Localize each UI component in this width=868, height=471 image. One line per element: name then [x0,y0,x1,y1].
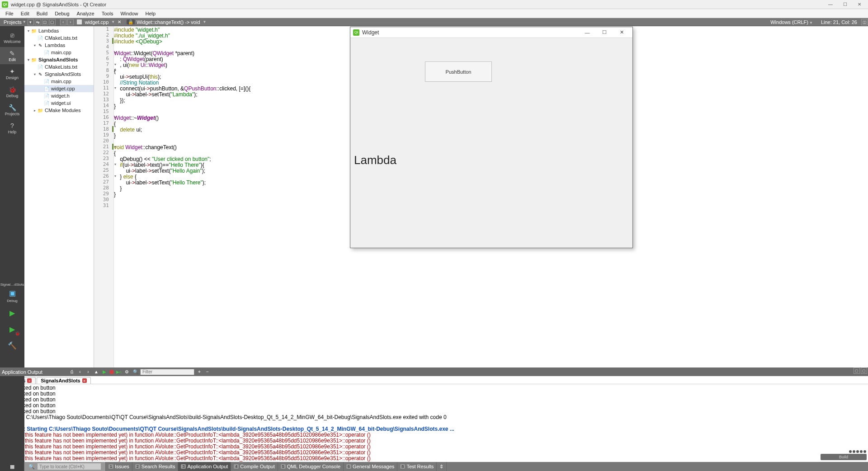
nav-back-icon[interactable]: ‹ [60,19,66,25]
project-tree[interactable]: ▾📁Lambdas📄CMakeLists.txt▾✎Lambdas📄main.c… [24,26,94,367]
status-tab-search-results[interactable]: 2Search Results [132,462,179,471]
status-tab-application-output[interactable]: 3Application Output [178,462,231,471]
expand-icon[interactable]: ▾ [33,43,37,47]
status-tab-qml-debugger-console[interactable]: 5QML Debugger Console [278,462,344,471]
expand-icon[interactable]: ▸ [33,108,37,113]
line-number: 30 [94,197,113,203]
status-tab-compile-output[interactable]: 4Compile Output [231,462,278,471]
file-icon: 📄 [43,79,50,84]
debug-icon: 🐞 [7,85,17,94]
minimize-button[interactable]: — [824,0,837,9]
stop-output-icon[interactable] [109,370,114,374]
tree-label: main.cpp [51,79,71,84]
menu-debug[interactable]: Debug [51,11,73,16]
status-tab-general-messages[interactable]: 6General Messages [344,462,397,471]
tree-item[interactable]: 📄main.cpp [24,78,94,85]
status-extras-icon[interactable]: ⇕ [437,462,447,471]
menubar: FileEditBuildDebugAnalyzeToolsWindowHelp [0,9,868,18]
maximize-output-icon[interactable]: ▢ [854,367,860,374]
tab-dropdown-icon[interactable]: ▼ [110,20,116,24]
tree-item[interactable]: ▾✎Lambdas [24,42,94,49]
status-tab-issues[interactable]: 1Issues [106,462,132,471]
projects-dropdown[interactable]: Projects [4,19,22,25]
output-filter-input[interactable] [140,369,194,375]
mode-welcome[interactable]: ⎚Welcome [0,29,24,46]
file-icon: 📁 [31,28,37,33]
push-button[interactable]: PushButton [425,61,492,82]
mode-debug[interactable]: 🐞Debug [0,83,24,100]
tab-close-icon[interactable]: ✕ [118,19,121,24]
arrow-up-icon[interactable]: ▲ [93,369,99,375]
menu-analyze[interactable]: Analyze [73,11,98,16]
tree-item[interactable]: 📄widget.h [24,92,94,99]
locate-input[interactable] [38,463,101,470]
line-number: 25 [94,167,113,173]
running-app-window[interactable]: Qt Widget — ☐ ✕ PushButton Lambda [350,27,633,248]
menu-help[interactable]: Help [142,11,160,16]
tree-item[interactable]: 📄CMakeLists.txt [24,34,94,42]
menu-tools[interactable]: Tools [98,11,117,16]
output-tab[interactable]: SignalsAndSlots× [37,377,90,384]
tree-item[interactable]: 📄CMakeLists.txt [24,63,94,71]
attach-icon[interactable]: ⎙ [69,369,75,375]
design-icon: ✦ [7,67,17,75]
menu-build[interactable]: Build [33,11,51,16]
menu-file[interactable]: File [2,11,17,16]
tree-item[interactable]: ▸📁CMake Modules [24,107,94,114]
kit-label[interactable]: Signal…dSlots [0,283,24,287]
split-editor-icon[interactable]: ◫ [861,19,868,25]
menu-edit[interactable]: Edit [17,11,33,16]
line-number: 9 [94,73,113,79]
file-icon: 📄 [43,93,50,99]
mode-design[interactable]: ✦Design [0,65,24,82]
app-close-button[interactable]: ✕ [613,28,630,38]
expand-icon[interactable]: ▾ [26,29,31,33]
close-button[interactable]: ✕ [853,0,866,9]
tree-item[interactable]: 📄widget.cpp [24,85,94,92]
run-output-icon[interactable]: ▶ [101,369,108,375]
line-number: 31 [94,203,113,208]
output-body[interactable]: User clicked on buttonUser clicked on bu… [0,384,868,471]
app-minimize-button[interactable]: — [579,28,595,38]
tree-item[interactable]: ▾📁SignalsAndSlots [24,56,94,63]
tree-item[interactable]: ▾✎SignalsAndSlots [24,71,94,78]
remove-output-icon[interactable]: − [204,369,211,375]
build-button[interactable]: 🔨 [3,339,22,353]
split-icon[interactable]: ◫ [42,19,48,25]
maximize-button[interactable]: ☐ [838,0,852,9]
line-number: 8▾ [94,67,113,73]
expand-icon[interactable]: ▾ [33,72,37,76]
tree-item[interactable]: 📄widget.ui [24,99,94,107]
filter-icon[interactable]: ▾ [28,19,34,25]
settings-output-icon[interactable]: ⚙ [124,369,130,375]
mode-help[interactable]: ?Help [0,119,24,137]
rerun-icon[interactable]: ▶⎌ [116,369,122,375]
add-output-icon[interactable]: + [196,369,203,375]
prev-output-icon[interactable]: ‹ [77,369,83,375]
mode-edit[interactable]: ✎Edit [0,47,24,64]
status-tab-test-results[interactable]: 8Test Results [397,462,437,471]
mode-projects[interactable]: 🔧Projects [0,101,24,118]
tree-item[interactable]: 📄main.cpp [24,49,94,56]
menu-window[interactable]: Window [117,11,142,16]
close-tab-icon[interactable]: × [27,378,32,383]
editor-tab[interactable]: widget.cpp [85,19,109,25]
target-icon[interactable]: ▣ [9,289,16,297]
symbol-breadcrumb[interactable]: Widget::changeText() -> void [137,19,200,25]
expand-icon[interactable]: ▾ [26,58,31,62]
close-tab-icon[interactable]: × [82,378,87,383]
line-number: 4 [94,44,113,50]
debug-button[interactable]: ▶🐞 [3,322,22,337]
run-button[interactable]: ▶ [3,306,22,320]
breadcrumb-dropdown-icon[interactable]: ▼ [202,20,208,24]
next-output-icon[interactable]: › [85,369,91,375]
app-maximize-button[interactable]: ☐ [596,28,613,38]
sync-icon[interactable]: ⇆ [35,19,41,25]
close-output-icon[interactable]: ▢ [861,367,867,374]
encoding-label[interactable]: Windows (CRLF) [770,19,808,25]
close-pane-icon[interactable]: ▢ [49,19,56,25]
encoding-dropdown-icon[interactable]: ▼ [808,21,814,25]
nav-forward-icon[interactable]: › [67,19,74,25]
tree-item[interactable]: ▾📁Lambdas [24,27,94,34]
close-sidebar-icon[interactable]: ▦ [0,462,24,471]
